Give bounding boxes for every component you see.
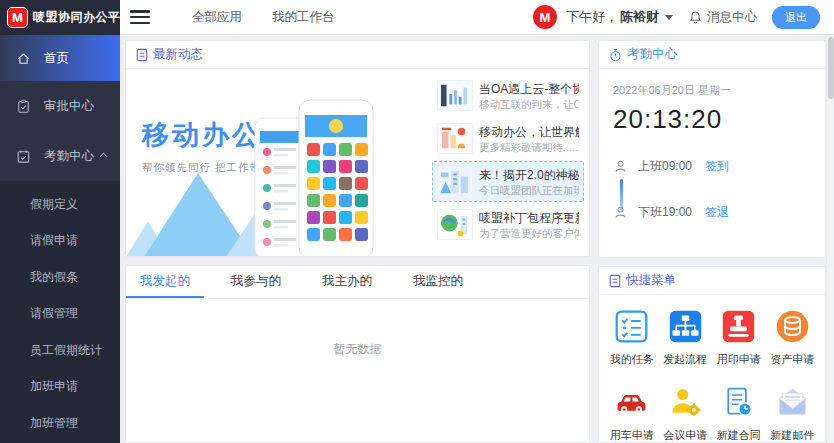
news-panel-header: 最新动态 (126, 41, 589, 69)
user-menu[interactable]: 下午好，陈裕财 (566, 8, 673, 26)
meeting-icon (667, 384, 704, 421)
news-title: 移动办公，让世界触手可 (479, 124, 579, 140)
car-icon (613, 384, 650, 421)
news-item[interactable]: 移动办公，让世界触手可 更多精彩敬请期待....... (432, 118, 584, 159)
logout-button[interactable]: 退出 (772, 6, 820, 29)
seal-icon (720, 308, 757, 345)
quick-item-label: 新建合同 (717, 428, 761, 443)
username: 陈裕财 (620, 8, 659, 26)
sidebar-item-label: 审批中心 (44, 98, 94, 115)
app-root: M 唛盟协同办公平台 全部应用 我的工作台 M 下午好，陈裕财 消息中心 退出 (0, 0, 834, 443)
mail-icon (774, 384, 811, 421)
attendance-icon (16, 149, 31, 164)
news-thumbnail (437, 80, 473, 111)
sidebar-subitem-employee-leave-stats[interactable]: 员工假期统计 (0, 332, 120, 369)
tasks-icon (613, 308, 650, 345)
page-scrollbar[interactable] (826, 35, 834, 443)
quick-item-label: 我的任务 (610, 352, 654, 367)
panel-title: 快捷菜单 (626, 272, 676, 289)
promo-banner[interactable]: 移动办公 帮你领先同行 把工作带出办公室 (126, 69, 426, 257)
banner-phone-grid-mockup (298, 99, 374, 257)
quick-item-seal-request[interactable]: 用印申请 (712, 308, 766, 367)
app-title: 唛盟协同办公平台 (33, 9, 133, 26)
attendance-panel: 考勤中心 2022年06月20日 星期一 20:13:20 上班09:00 签到… (598, 40, 826, 258)
news-desc: 更多精彩敬请期待....... (479, 140, 579, 154)
quick-item-label: 新建邮件 (770, 428, 814, 443)
header-main: 全部应用 我的工作台 M 下午好，陈裕财 消息中心 退出 (120, 0, 834, 35)
quick-item-my-tasks[interactable]: 我的任务 (605, 308, 659, 367)
greeting-text: 下午好， (566, 8, 618, 26)
sidebar-subitem-leave-request[interactable]: 请假申请 (0, 223, 120, 260)
latest-news-panel: 最新动态 移动办公 帮你领先同行 把工作带出办公室 (125, 40, 590, 257)
document-icon (609, 274, 621, 288)
quick-menu-header: 快捷菜单 (599, 267, 825, 295)
flow-icon (667, 308, 704, 345)
news-title: 唛盟补丁包程序更新 (479, 210, 579, 226)
news-thumbnail (437, 166, 473, 197)
sidebar-item-approval-center[interactable]: 审批中心 (0, 81, 120, 131)
nav-all-apps[interactable]: 全部应用 (192, 9, 242, 26)
news-item[interactable]: 当OA遇上云-整个协同OA 移动互联的到来，让OA与云 (432, 75, 584, 116)
quick-item-new-contract[interactable]: 新建合同 (712, 384, 766, 443)
tab-initiated-by-me[interactable]: 我发起的 (126, 266, 204, 298)
attendance-rows: 上班09:00 签到 下班19:00 签退 (599, 151, 825, 227)
message-center-label: 消息中心 (707, 9, 757, 26)
clock-out-link[interactable]: 签退 (705, 204, 729, 221)
clock-in-link[interactable]: 签到 (705, 158, 729, 175)
chevron-down-icon (665, 15, 673, 20)
sidebar-subitem-my-leave-notes[interactable]: 我的假条 (0, 259, 120, 296)
attendance-date: 2022年06月20日 星期一 (613, 83, 825, 98)
bell-icon (688, 10, 703, 25)
quick-item-label: 用车申请 (610, 428, 654, 443)
quick-item-new-mail[interactable]: 新建邮件 (766, 384, 820, 443)
sidebar-item-home[interactable]: 首页 (0, 35, 120, 81)
menu-toggle-icon[interactable] (130, 10, 150, 24)
news-desc: 为了营造更好的客户体验，唛 (479, 226, 579, 240)
panel-title: 最新动态 (153, 46, 203, 63)
attendance-row-clock-out: 下班19:00 签退 (599, 197, 825, 227)
news-list: 当OA遇上云-整个协同OA 移动互联的到来，让OA与云 移动办公，让世界触手可 … (432, 75, 584, 245)
sidebar: 首页 审批中心 考勤中心 假期定义 请假申请 我的假条 请假管理 员工假期统计 … (0, 35, 120, 443)
chevron-up-icon (99, 152, 108, 158)
sidebar-subitem-holiday-definition[interactable]: 假期定义 (0, 186, 120, 223)
news-desc: 移动互联的到来，让OA与云 (479, 97, 579, 111)
news-item[interactable]: 唛盟补丁包程序更新 为了营造更好的客户体验，唛 (432, 204, 584, 245)
quick-item-asset-request[interactable]: 资产申请 (766, 308, 820, 367)
clock-out-label: 下班19:00 (638, 204, 692, 221)
sidebar-subitem-overtime-management[interactable]: 加班管理 (0, 405, 120, 442)
quick-menu-grid: 我的任务 发起流程 用印申请 资产申请 用车申请 会议申请 (599, 295, 825, 443)
sidebar-subitem-overtime-request[interactable]: 加班申请 (0, 369, 120, 406)
news-thumbnail (437, 123, 473, 154)
attendance-panel-header: 考勤中心 (599, 41, 825, 69)
quick-item-vehicle-request[interactable]: 用车申请 (605, 384, 659, 443)
tab-participated-by-me[interactable]: 我参与的 (217, 266, 295, 298)
top-nav: 全部应用 我的工作台 (192, 9, 335, 26)
news-item-selected[interactable]: 来！揭开2.0的神秘面纱- 今日唛盟团队正在加班加点， (432, 161, 584, 202)
message-center[interactable]: 消息中心 (688, 9, 757, 26)
tab-hosted-by-me[interactable]: 我主办的 (308, 266, 386, 298)
person-icon (613, 205, 628, 220)
nav-my-workbench[interactable]: 我的工作台 (272, 9, 335, 26)
sidebar-subitem-leave-management[interactable]: 请假管理 (0, 296, 120, 333)
home-icon (16, 51, 31, 66)
attendance-submenu: 假期定义 请假申请 我的假条 请假管理 员工假期统计 加班申请 加班管理 (0, 181, 120, 443)
panel-title: 考勤中心 (627, 46, 677, 63)
tab-monitored-by-me[interactable]: 我监控的 (399, 266, 477, 298)
banner-headline: 移动办公 (142, 117, 262, 153)
my-tasks-panel: 我发起的 我参与的 我主办的 我监控的 暂无数据 (125, 265, 590, 443)
quick-item-start-flow[interactable]: 发起流程 (659, 308, 713, 367)
person-icon (613, 159, 628, 174)
brand[interactable]: M 唛盟协同办公平台 (0, 0, 120, 35)
top-header: M 唛盟协同办公平台 全部应用 我的工作台 M 下午好，陈裕财 消息中心 退出 (0, 0, 834, 35)
sidebar-item-label: 首页 (44, 50, 69, 67)
clock-in-label: 上班09:00 (638, 158, 692, 175)
tasks-tab-row: 我发起的 我参与的 我主办的 我监控的 (126, 266, 589, 299)
sidebar-item-attendance-center[interactable]: 考勤中心 (0, 131, 120, 181)
asset-icon (774, 308, 811, 345)
news-thumbnail (437, 209, 473, 240)
news-desc: 今日唛盟团队正在加班加点， (479, 183, 579, 197)
scrollbar-thumb[interactable] (828, 37, 834, 99)
quick-item-meeting-request[interactable]: 会议申请 (659, 384, 713, 443)
avatar[interactable]: M (533, 5, 557, 29)
attendance-clock: 20:13:20 (613, 104, 825, 135)
